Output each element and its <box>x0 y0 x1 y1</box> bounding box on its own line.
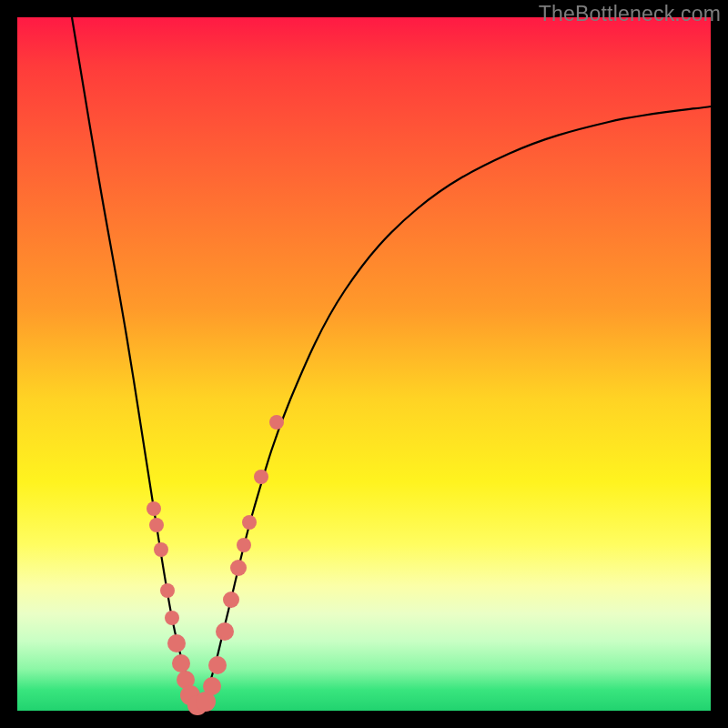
curve-marker <box>172 654 190 672</box>
curve-marker <box>203 677 221 695</box>
curve-marker <box>149 518 164 532</box>
bottleneck-curve-path <box>72 17 711 707</box>
curve-marker <box>154 542 168 557</box>
curve-marker <box>237 538 251 552</box>
curve-marker <box>160 583 175 598</box>
curve-marker <box>216 622 234 641</box>
curve-marker <box>165 611 179 625</box>
chart-frame: TheBottleneck.com <box>0 0 728 728</box>
curve-marker <box>147 501 161 516</box>
curve-markers-group <box>147 415 284 715</box>
curve-marker <box>167 634 186 652</box>
curve-marker <box>269 415 284 430</box>
curve-marker <box>208 656 227 674</box>
bottleneck-curve-svg <box>17 17 711 711</box>
curve-marker <box>242 515 257 530</box>
watermark-text: TheBottleneck.com <box>539 2 721 26</box>
curve-marker <box>223 592 239 608</box>
curve-marker <box>254 470 268 484</box>
curve-marker <box>230 560 247 576</box>
